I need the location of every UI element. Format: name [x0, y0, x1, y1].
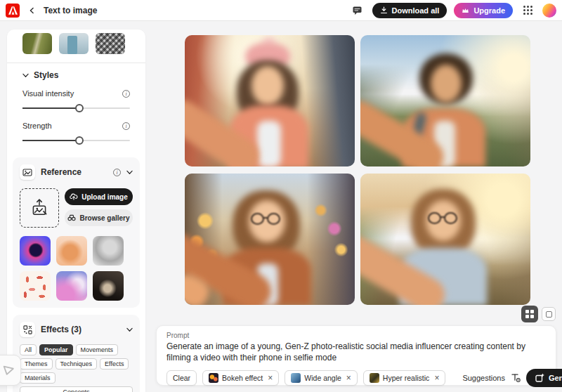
effects-icon: [20, 322, 35, 337]
effects-header-icons: [126, 327, 133, 332]
back-button[interactable]: [26, 5, 37, 16]
top-bar: Text to image Download all: [0, 0, 562, 21]
chip-hyper-realistic[interactable]: Hyper realistic ×: [363, 370, 446, 386]
remove-icon[interactable]: ×: [268, 374, 273, 382]
filter-chip-effects[interactable]: Effects: [100, 358, 129, 370]
chip-thumbnail: [370, 373, 379, 383]
chip-wide-angle[interactable]: Wide angle ×: [285, 370, 358, 386]
suggestions-settings-icon[interactable]: [511, 373, 521, 382]
reference-thumbnail-sculpture[interactable]: [93, 236, 124, 266]
chip-thumbnail: [209, 373, 218, 383]
generate-button[interactable]: Generate: [526, 369, 562, 387]
single-view-button[interactable]: [542, 307, 556, 321]
generated-image-2[interactable]: [360, 35, 530, 166]
info-icon[interactable]: i: [122, 122, 130, 130]
filter-chip-popular[interactable]: Popular: [39, 344, 73, 355]
left-sidebar: Styles Visual intensity i Strength i: [7, 30, 145, 392]
style-thumbnail-building[interactable]: [59, 33, 89, 54]
upload-dropzone[interactable]: [20, 188, 59, 228]
reference-thumbnail-thumbs-up[interactable]: [56, 236, 87, 266]
filter-chip-all[interactable]: All: [20, 344, 37, 355]
style-gallery-row: [7, 30, 145, 63]
chip-label: Hyper realistic: [383, 374, 430, 382]
filter-chip-themes[interactable]: Themes: [20, 358, 53, 370]
glasses: [428, 212, 457, 224]
upload-image-button[interactable]: Upload image: [65, 188, 133, 205]
reference-thumbnail-dark-portrait[interactable]: [93, 271, 124, 301]
slider-fill: [22, 107, 79, 109]
view-toggle: [521, 306, 556, 322]
upgrade-label: Upgrade: [473, 6, 505, 15]
cloud-upload-icon: [70, 193, 78, 200]
avatar[interactable]: [542, 4, 556, 18]
filter-chip-movements[interactable]: Movements: [76, 344, 119, 355]
generated-image-grid: [185, 35, 530, 305]
download-all-label: Download all: [392, 6, 440, 15]
prompt-panel: Prompt Generate an image of a young, Gen…: [156, 325, 556, 386]
apps-grid-icon[interactable]: [520, 3, 535, 18]
top-bar-left: Text to image: [6, 4, 97, 18]
style-thumbnail-pattern[interactable]: [96, 33, 125, 54]
reference-header: Reference i: [20, 164, 133, 180]
style-thumbnail-road[interactable]: [22, 33, 52, 54]
filter-chip-materials[interactable]: Materials: [20, 372, 55, 384]
strength-label: Strength: [22, 122, 52, 130]
prompt-text[interactable]: Generate an image of a young, Gen-Z phot…: [166, 341, 546, 364]
grid-view-button[interactable]: [521, 306, 538, 322]
upload-image-label: Upload image: [81, 193, 128, 201]
filter-chip-techniques[interactable]: Techniques: [55, 358, 98, 370]
clear-label: Clear: [173, 374, 190, 382]
effects-title: Effects (3): [41, 325, 121, 334]
info-icon[interactable]: i: [122, 90, 130, 98]
single-view-icon: [546, 311, 552, 318]
visual-intensity-slider[interactable]: [22, 104, 130, 112]
chevron-down-icon[interactable]: [126, 170, 133, 175]
effects-header: Effects (3): [20, 322, 133, 337]
reference-thumbnails: [20, 236, 133, 301]
effects-filter-chips: All Popular Movements Themes Techniques …: [20, 344, 133, 392]
upgrade-button[interactable]: Upgrade: [454, 3, 513, 18]
chevron-down-icon[interactable]: [126, 327, 133, 332]
filter-chip-concepts[interactable]: Concepts: [20, 386, 133, 392]
reference-thumbnail-neon-figure[interactable]: [20, 236, 51, 266]
suggestions-label: Suggestions: [462, 374, 505, 382]
generated-image-3[interactable]: [185, 174, 355, 305]
styles-section: Styles Visual intensity i Strength i: [7, 63, 145, 148]
crown-icon: [462, 7, 469, 14]
visual-intensity-row: Visual intensity i: [22, 89, 130, 98]
remove-icon[interactable]: ×: [434, 374, 439, 382]
remove-icon[interactable]: ×: [346, 374, 351, 382]
browse-gallery-button[interactable]: Browse gallery: [65, 209, 133, 226]
reference-buttons: Upload image Browse gallery: [65, 188, 133, 228]
strength-slider[interactable]: [22, 136, 130, 145]
reference-thumbnail-koi-pattern[interactable]: [20, 271, 51, 301]
floating-prompt-button[interactable]: [0, 355, 21, 386]
glasses: [251, 213, 280, 225]
binoculars-icon: [67, 214, 76, 221]
slider-knob[interactable]: [75, 136, 84, 145]
chip-thumbnail: [291, 373, 301, 383]
reference-title: Reference: [41, 167, 107, 177]
chevron-down-icon: [22, 73, 29, 78]
styles-header[interactable]: Styles: [22, 70, 130, 80]
reference-card: Reference i: [13, 157, 140, 308]
grid-view-icon: [525, 310, 534, 318]
generated-image-1[interactable]: [185, 35, 355, 166]
generated-image-4[interactable]: [360, 174, 530, 305]
chip-label: Bokeh effect: [222, 374, 263, 382]
download-all-button[interactable]: Download all: [372, 3, 447, 18]
strength-row: Strength i: [22, 122, 130, 130]
slider-fill: [22, 140, 79, 141]
feedback-icon[interactable]: [350, 3, 365, 18]
adobe-logo-icon[interactable]: [6, 4, 20, 18]
clear-button[interactable]: Clear: [166, 370, 197, 386]
download-icon: [380, 6, 388, 14]
chip-label: Wide angle: [304, 374, 341, 382]
triangle-cursor-icon: [1, 363, 15, 377]
reference-icon: [20, 164, 35, 180]
reference-thumbnail-pink-clouds[interactable]: [56, 271, 87, 301]
slider-knob[interactable]: [75, 104, 84, 112]
chip-bokeh-effect[interactable]: Bokeh effect ×: [202, 370, 279, 386]
reference-upload-row: Upload image Browse gallery: [20, 188, 133, 228]
info-icon[interactable]: i: [113, 169, 121, 176]
